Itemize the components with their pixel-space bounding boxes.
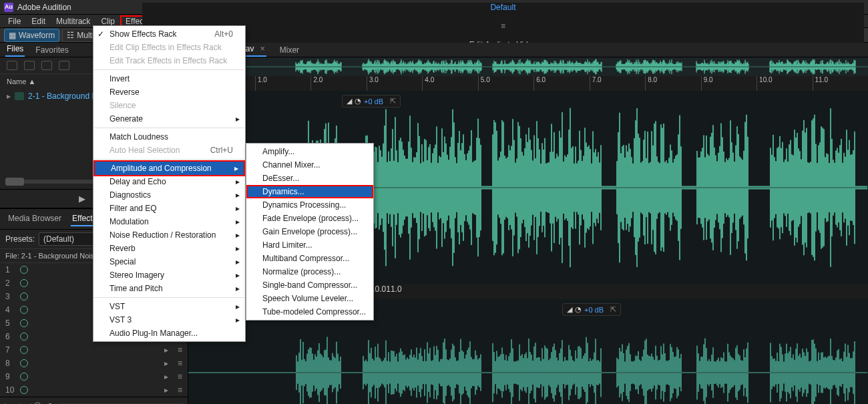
submenu-item-gain-envelope-process[interactable]: Gain Envelope (process)... [246,225,373,238]
effects-item-audio-plug-in-manager[interactable]: Audio Plug-In Manager... [93,327,245,340]
open-icon[interactable] [7,61,17,70]
mixer-tab[interactable]: Mixer [278,43,300,57]
effects-item-reverse[interactable]: Reverse [93,85,245,99]
effects-item-vst-3[interactable]: VST 3▸ [93,313,245,327]
timeline-tick: 11.0 [813,76,868,91]
play-button[interactable]: ▶ [79,194,85,204]
effects-item-show-effects-rack[interactable]: ✓Show Effects RackAlt+0 [93,27,245,41]
submenu-item-fade-envelope-process[interactable]: Fade Envelope (process)... [246,212,373,225]
pin-icon[interactable]: ⇱ [390,97,396,106]
slot-power-icon[interactable] [20,386,28,394]
import-icon[interactable] [59,61,69,70]
chevron-right-icon[interactable]: ▸ [164,385,168,395]
slot-power-icon[interactable] [20,306,28,314]
menu-item-label: Diagnostics [110,190,151,200]
slot-menu-icon[interactable]: ≡ [178,372,182,381]
menu-file[interactable]: File [3,15,26,27]
submenu-item-deesser[interactable]: DeEsser... [246,172,373,185]
submenu-item-amplify[interactable]: Amplify... [246,145,373,158]
slot-number: 1 [5,265,15,274]
slot-power-icon[interactable] [20,266,28,274]
slot-power-icon[interactable] [20,292,28,300]
effects-item-generate[interactable]: Generate▸ [93,112,245,126]
effect-slot-9[interactable]: 9▸≡ [0,370,188,383]
effects-item-reverb[interactable]: Reverb▸ [93,242,245,255]
favorites-tab[interactable]: Favorites [34,43,69,57]
gain-value-2[interactable]: +0 dB [584,306,604,314]
submenu-item-dynamics-processing[interactable]: Dynamics Processing... [246,198,373,212]
submenu-item-hard-limiter[interactable]: Hard Limiter... [246,238,373,252]
pin-icon[interactable]: ⇱ [610,305,616,314]
submenu-item-tube-modeled-compressor[interactable]: Tube-modeled Compressor... [246,305,373,319]
effects-item-time-and-pitch[interactable]: Time and Pitch▸ [93,282,245,295]
menu-item-label: Auto Heal Selection [110,146,180,155]
timeline-ruler[interactable]: 1.02.03.04.05.06.07.08.09.010.011.0 [188,76,868,91]
gain-readout-2[interactable]: ◢ ◔ +0 dB ⇱ [562,303,621,316]
effects-item-modulation[interactable]: Modulation▸ [93,215,245,228]
slot-number: 2 [5,278,15,288]
submenu-item-speech-volume-leveler[interactable]: Speech Volume Leveler... [246,292,373,305]
amplitude-compression-submenu[interactable]: Amplify...Channel Mixer...DeEsser...Dyna… [246,143,374,321]
close-icon[interactable]: × [260,44,265,53]
chevron-right-icon[interactable]: ▸ [164,359,168,368]
slot-power-icon[interactable] [20,279,28,287]
effects-item-edit-clip-effects-in-effects-rack: Edit Clip Effects in Effects Rack [93,41,245,54]
effects-menu[interactable]: ✓Show Effects RackAlt+0Edit Clip Effects… [93,25,246,342]
effects-item-noise-reduction-restoration[interactable]: Noise Reduction / Restoration▸ [93,228,245,242]
slot-power-icon[interactable] [20,373,28,381]
effects-item-amplitude-and-compression[interactable]: Amplitude and Compression▸ [95,162,244,175]
menu-multitrack[interactable]: Multitrack [51,15,95,27]
overview-strip[interactable] [188,57,868,76]
effects-item-invert[interactable]: Invert [93,72,245,85]
effect-slot-7[interactable]: 7▸≡ [0,343,188,357]
effects-item-filter-and-eq[interactable]: Filter and EQ▸ [93,202,245,215]
slot-number: 9 [5,372,15,381]
slot-menu-icon[interactable]: ≡ [178,359,182,368]
menu-icon[interactable]: ≡ [501,21,505,31]
submenu-item-single-band-compressor[interactable]: Single-band Compressor... [246,278,373,292]
effects-item-vst[interactable]: VST▸ [93,300,245,313]
mode-waveform-button[interactable]: ▦ Waveform [4,29,59,42]
submenu-item-channel-mixer[interactable]: Channel Mixer... [246,158,373,172]
slot-menu-icon[interactable]: ≡ [178,385,182,395]
new-icon[interactable] [41,61,52,70]
media-browser-tab[interactable]: Media Browser [7,212,63,226]
menu-edit[interactable]: Edit [26,15,51,27]
slot-menu-icon[interactable]: ≡ [178,345,182,355]
workspace-button[interactable]: Default [490,3,515,12]
record-icon[interactable] [24,61,35,70]
slot-power-icon[interactable] [20,319,28,327]
effects-item-diagnostics[interactable]: Diagnostics▸ [93,188,245,202]
scrubber-thumb[interactable] [5,178,24,186]
submenu-item-normalize-process[interactable]: Normalize (process)... [246,265,373,278]
chevron-right-icon[interactable]: ▸ [164,372,168,381]
effect-slot-8[interactable]: 8▸≡ [0,357,188,370]
effects-item-auto-heal-selection: Auto Heal SelectionCtrl+U [93,144,245,157]
effects-item-stereo-imagery[interactable]: Stereo Imagery▸ [93,268,245,282]
effects-item-match-loudness[interactable]: Match Loudness [93,130,245,144]
slot-power-icon[interactable] [20,346,28,354]
submenu-item-multiband-compressor[interactable]: Multiband Compressor... [246,252,373,265]
menu-item-label: VST 3 [110,315,132,325]
menu-item-label: Amplitude and Compression [111,164,212,173]
menu-item-label: VST [110,302,125,311]
chevron-right-icon[interactable]: ▸ [164,345,168,355]
volume-icon: ◢ [25,401,31,404]
slot-power-icon[interactable] [20,333,28,341]
effects-item-edit-track-effects-in-effects-rack: Edit Track Effects in Effects Rack [93,54,245,67]
gain-value[interactable]: +0 dB [364,97,383,106]
audio-file-icon [15,92,24,100]
slot-power-icon[interactable] [20,359,28,367]
expand-icon[interactable]: ▸ [7,91,11,101]
effects-item-special[interactable]: Special▸ [93,255,245,268]
menu-item-label: Silence [110,101,136,110]
knob-icon[interactable]: ◯ [33,401,41,404]
menu-item-label: Reverse [110,87,140,97]
effects-item-delay-and-echo[interactable]: Delay and Echo▸ [93,175,245,188]
submenu-item-dynamics[interactable]: Dynamics... [246,185,373,198]
effect-slot-10[interactable]: 10▸≡ [0,383,188,397]
gain-readout[interactable]: ◢ ◔ +0 dB ⇱ [342,95,401,108]
presets-value: (Default) [43,234,74,244]
files-tab[interactable]: Files [5,42,25,57]
input-gain[interactable]: +0 [44,402,53,405]
